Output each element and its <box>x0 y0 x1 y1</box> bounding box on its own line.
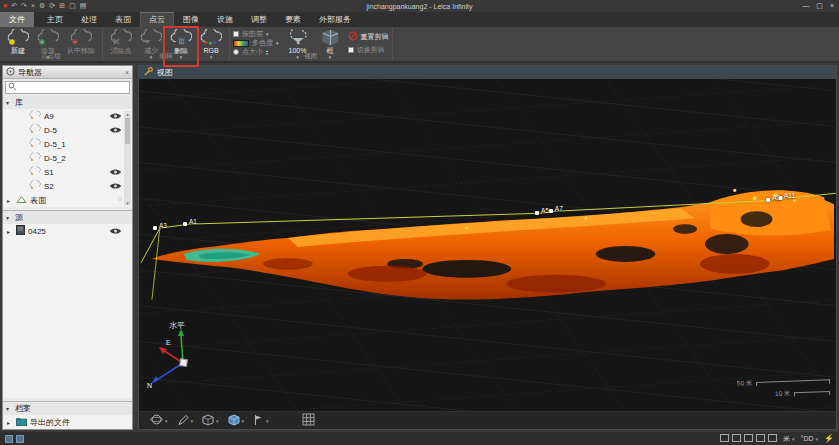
tab-surfaces[interactable]: 表面 <box>106 12 140 27</box>
nav-section-library: ▾库A9D-5D-5_1D-5_2S1S2▸表面○▴▾ <box>3 96 132 207</box>
scroll-up-icon[interactable]: ▴ <box>126 111 129 117</box>
collapse-arrow-icon: ▾ <box>6 99 12 106</box>
reset-clip-icon <box>348 31 358 42</box>
tab-label: 处理 <box>81 14 97 25</box>
nav-item-surfaces[interactable]: ▸表面○ <box>3 193 132 207</box>
tab-services[interactable]: 外部服务 <box>310 12 360 27</box>
pointcloud-icon <box>29 152 41 164</box>
pointcloud-icon <box>29 180 41 192</box>
tab-imaging[interactable]: 图像 <box>174 12 208 27</box>
undo-icon[interactable]: ↶ <box>11 0 17 12</box>
nav-section-header-archive[interactable]: ▾档案 <box>3 402 132 415</box>
nav-item-a9[interactable]: A9 <box>3 109 132 123</box>
viewport-scene[interactable]: A3A1A5A7A9A11 水平 E N 50 米 10 米 <box>139 79 836 411</box>
cloud-remove-icon <box>70 29 92 47</box>
navigator-tree: ▾库A9D-5D-5_1D-5_2S1S2▸表面○▴▾▾源▸0425▾档案▸导出… <box>3 96 132 429</box>
orbit-tool[interactable]: ▾ <box>147 411 171 431</box>
axis-up-label: 水平 <box>169 321 185 330</box>
minimize-button[interactable]: — <box>802 2 809 10</box>
scale-bar-10: 10 米 <box>775 388 830 399</box>
snapshot-icon[interactable] <box>732 434 741 443</box>
nav-item-d-5-1[interactable]: D-5_1 <box>3 137 132 151</box>
survey-point-A7[interactable]: A7 <box>549 209 563 213</box>
tab-features[interactable]: 要素 <box>276 12 310 27</box>
length-unit-dropdown[interactable]: 米▾ <box>783 434 795 444</box>
clip-box-tool[interactable]: ▾ <box>225 411 248 431</box>
expand-arrow-icon[interactable]: ▸ <box>7 197 13 204</box>
nav-item-s2[interactable]: S2 <box>3 179 132 193</box>
close-button[interactable]: × <box>830 2 834 10</box>
refresh-icon[interactable]: ⟳ <box>49 0 55 12</box>
chevron-down-icon: ▾ <box>165 418 168 424</box>
cloud-delete-icon <box>170 29 192 47</box>
panel-close-icon[interactable]: × <box>125 69 129 76</box>
expand-arrow-icon[interactable]: ▸ <box>7 419 13 426</box>
viewport-tab-label[interactable]: 视图 <box>157 67 173 78</box>
tab-label: 点云 <box>149 14 165 25</box>
save-view-icon[interactable] <box>744 434 753 443</box>
gradient-icon <box>233 40 249 47</box>
nav-item-d-5-2[interactable]: D-5_2 <box>3 151 132 165</box>
layout-icon[interactable]: ▤ <box>80 0 87 12</box>
visibility-eye-icon[interactable] <box>109 227 122 237</box>
pointcloud-icon <box>29 110 41 122</box>
nav-item-exported-files[interactable]: ▸导出的文件 <box>3 415 132 429</box>
grid-icon[interactable] <box>768 434 777 443</box>
survey-point-A1[interactable]: A1 <box>183 222 197 226</box>
point-dot <box>535 211 539 215</box>
settings-icon[interactable]: ⚙ <box>39 0 45 12</box>
point-dot <box>153 226 157 230</box>
visibility-eye-icon[interactable] <box>109 168 122 178</box>
survey-point-A5[interactable]: A5 <box>535 211 549 215</box>
window-title: jinchangpankuang2 - Leica Infinity <box>0 3 839 10</box>
close-tool-icon[interactable]: ▢ <box>69 0 76 12</box>
layout-icon[interactable] <box>756 434 765 443</box>
visibility-eye-icon[interactable] <box>109 126 122 136</box>
view-cube-tool[interactable]: ▾ <box>199 411 222 431</box>
redo-icon[interactable]: ↷ <box>21 0 27 12</box>
scroll-thumb[interactable] <box>125 118 130 144</box>
scale-bar-line <box>794 391 830 396</box>
ribbon-button-reset-clip[interactable]: 重置剪辑 <box>348 31 389 42</box>
nav-item-s1[interactable]: S1 <box>3 165 132 179</box>
tab-home[interactable]: 主页 <box>38 12 72 27</box>
tab-label: 图像 <box>183 14 199 25</box>
screen-icon[interactable] <box>720 434 729 443</box>
maximize-button[interactable]: ▢ <box>816 2 823 10</box>
collapse-arrow-icon: ▾ <box>6 405 12 412</box>
measure-tool[interactable]: ▾ <box>174 411 197 431</box>
orbit-icon <box>150 412 163 430</box>
nav-section-header-sources[interactable]: ▾源 <box>3 211 132 224</box>
tab-processing[interactable]: 处理 <box>72 12 106 27</box>
expand-arrow-icon[interactable]: ▸ <box>7 228 13 235</box>
tree-scrollbar[interactable]: ▴▾ <box>124 111 131 206</box>
nav-item-0425[interactable]: ▸0425 <box>3 224 132 238</box>
tab-adjustments[interactable]: 调整 <box>242 12 276 27</box>
group-label-edit: 编辑 <box>103 52 229 61</box>
survey-point-A11[interactable]: A11 <box>778 196 795 200</box>
tab-infrastructure[interactable]: 设施 <box>208 12 242 27</box>
scroll-down-icon[interactable]: ▾ <box>126 200 129 206</box>
by-layer-checkbox[interactable] <box>233 31 239 37</box>
visibility-eye-icon[interactable] <box>109 112 122 122</box>
status-right-icons <box>717 434 777 443</box>
visibility-eye-icon[interactable] <box>109 182 122 192</box>
panel-toggle-icon[interactable] <box>5 435 13 443</box>
tab-point-cloud[interactable]: 点云 <box>140 12 174 27</box>
angle-unit-dropdown[interactable]: °DD▾ <box>801 435 818 442</box>
flag-tool[interactable]: ▾ <box>250 411 272 431</box>
point-label: A7 <box>555 205 563 212</box>
nav-section-header-library[interactable]: ▾库 <box>3 96 132 109</box>
window-icon[interactable]: ⊞ <box>59 0 65 12</box>
nav-item-d-5[interactable]: D-5 <box>3 123 132 137</box>
nav-section-label: 档案 <box>15 403 31 414</box>
search-input[interactable] <box>19 84 127 91</box>
chevron-down-icon: ▾ <box>191 418 194 424</box>
app-logo-icon[interactable]: ■ <box>3 0 7 12</box>
survey-point-A3[interactable]: A3 <box>153 226 167 230</box>
message-icon[interactable] <box>16 435 24 443</box>
delete-icon[interactable]: × <box>31 0 35 12</box>
tab-file[interactable]: 文件 <box>0 12 34 27</box>
status-bar: 米▾ °DD▾ ⚡ <box>0 432 839 445</box>
grid-tool[interactable] <box>299 411 318 431</box>
